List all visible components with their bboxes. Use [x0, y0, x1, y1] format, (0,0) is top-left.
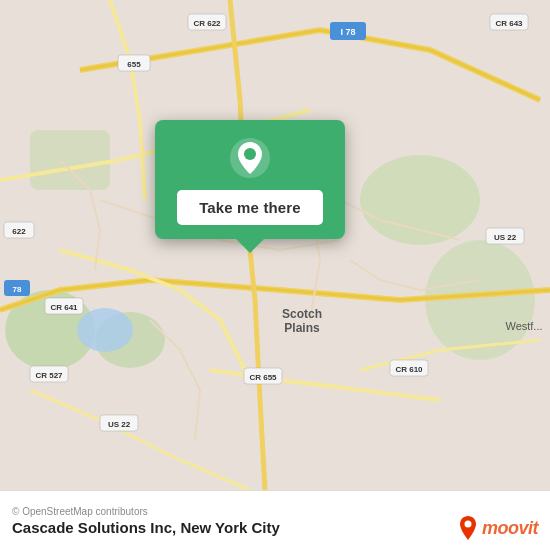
moovit-logo: moovit	[458, 516, 538, 540]
svg-rect-4	[30, 130, 110, 190]
svg-point-36	[464, 521, 471, 528]
svg-text:622: 622	[12, 227, 26, 236]
map-attribution: © OpenStreetMap contributors	[12, 506, 538, 517]
moovit-brand-text: moovit	[482, 518, 538, 539]
svg-text:CR 622: CR 622	[193, 19, 221, 28]
svg-text:78: 78	[13, 285, 22, 294]
svg-text:US 22: US 22	[494, 233, 517, 242]
location-popup: Take me there	[155, 120, 345, 239]
svg-text:Plains: Plains	[284, 321, 320, 335]
svg-point-6	[77, 308, 133, 352]
svg-text:US 22: US 22	[108, 420, 131, 429]
svg-point-1	[360, 155, 480, 245]
svg-text:I 78: I 78	[340, 27, 355, 37]
svg-text:CR 643: CR 643	[495, 19, 523, 28]
svg-text:Westf...: Westf...	[505, 320, 542, 332]
svg-text:CR 527: CR 527	[35, 371, 63, 380]
svg-text:Scotch: Scotch	[282, 307, 322, 321]
location-pin-icon	[228, 136, 272, 180]
svg-text:CR 641: CR 641	[50, 303, 78, 312]
take-me-there-button[interactable]: Take me there	[177, 190, 323, 225]
svg-point-35	[244, 148, 256, 160]
footer-bar: © OpenStreetMap contributors Cascade Sol…	[0, 490, 550, 550]
svg-text:CR 610: CR 610	[395, 365, 423, 374]
svg-text:CR 655: CR 655	[249, 373, 277, 382]
moovit-pin-icon	[458, 516, 478, 540]
map-view[interactable]: I 78 CR 622 CR 643 655 US 22 CR 641 US 2…	[0, 0, 550, 490]
svg-text:655: 655	[127, 60, 141, 69]
